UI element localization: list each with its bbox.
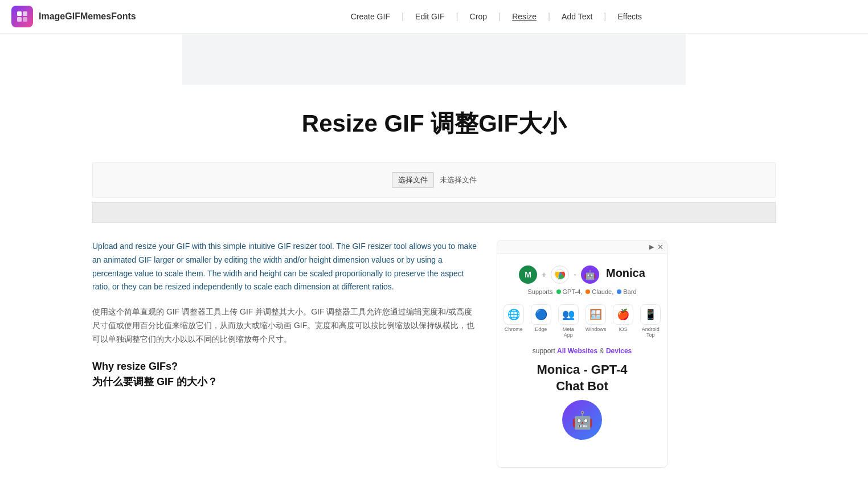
content-main: Upload and resize your GIF with this sim… xyxy=(92,240,480,468)
platform-android: 📱 Android Top xyxy=(640,304,661,338)
svg-rect-3 xyxy=(23,17,27,22)
monica-brand-name: Monica xyxy=(606,267,645,280)
platform-icons: 🌐 Chrome 🔵 Edge 👥 Meta App 🪟 Windows xyxy=(509,304,656,338)
supports-row: Supports GPT-4, Claude, Bard xyxy=(509,288,656,295)
page-title: Resize GIF 调整GIF大小 xyxy=(81,108,787,140)
ad-header: ▶ ✕ xyxy=(497,240,667,254)
ad-triangle-icon[interactable]: ▶ xyxy=(649,243,654,251)
file-input-wrapper: 选择文件 未选择文件 xyxy=(392,172,477,188)
main-content: Resize GIF 调整GIF大小 选择文件 未选择文件 Upload and… xyxy=(69,108,799,468)
android-label: Android Top xyxy=(640,326,661,338)
platform-windows: 🪟 Windows xyxy=(586,304,607,338)
windows-platform-icon: 🪟 xyxy=(586,304,606,325)
smiley-icon: 🤖 xyxy=(581,265,599,284)
ad-content: M + - 🤖 Monica xyxy=(497,254,667,451)
description-cn: 使用这个简单直观的 GIF 调整器工具上传 GIF 并调整其大小。GIF 调整器… xyxy=(92,305,480,346)
all-websites-link[interactable]: All Websites xyxy=(557,347,597,355)
monica-tagline: Monica - GPT-4 Chat Bot xyxy=(509,362,656,394)
meta-label: Meta App xyxy=(558,326,579,338)
edge-label: Edge xyxy=(535,326,547,332)
platform-edge: 🔵 Edge xyxy=(531,304,551,338)
main-nav: Create GIF | Edit GIF | Crop | Resize | … xyxy=(136,11,857,22)
bard-badge: Bard xyxy=(617,288,636,295)
android-platform-icon: 📱 xyxy=(640,304,661,325)
support-line: support All Websites & Devices xyxy=(509,347,656,355)
avatar: 🤖 xyxy=(562,400,602,440)
claude-dot xyxy=(586,289,590,294)
avatar-emoji: 🤖 xyxy=(572,410,593,430)
content-section: Upload and resize your GIF with this sim… xyxy=(81,240,787,468)
and-text: & xyxy=(600,347,604,355)
why-title-en: Why resize GIFs? xyxy=(92,361,480,373)
windows-label: Windows xyxy=(586,326,607,332)
chrome-platform-icon: 🌐 xyxy=(503,304,524,325)
nav-add-text[interactable]: Add Text xyxy=(550,12,604,21)
tagline-line1: Monica - GPT-4 xyxy=(537,362,628,377)
description-en: Upload and resize your GIF with this sim… xyxy=(92,240,480,294)
platform-chrome: 🌐 Chrome xyxy=(503,304,524,338)
gpt4-badge: GPT-4, xyxy=(556,288,583,295)
platform-apple: 🍎 iOS xyxy=(613,304,633,338)
sidebar-ad: ▶ ✕ M + xyxy=(497,240,668,468)
platform-meta: 👥 Meta App xyxy=(558,304,579,338)
nav-resize[interactable]: Resize xyxy=(501,12,548,21)
gpt4-dot xyxy=(556,289,561,294)
top-ad-banner xyxy=(182,34,686,85)
nav-edit-gif[interactable]: Edit GIF xyxy=(404,12,456,21)
upload-area: 选择文件 未选择文件 xyxy=(92,162,776,198)
devices-link[interactable]: Devices xyxy=(606,347,632,355)
nav-crop[interactable]: Crop xyxy=(458,12,498,21)
nav-effects[interactable]: Effects xyxy=(606,12,653,21)
file-name-display: 未选择文件 xyxy=(440,175,477,185)
svg-rect-1 xyxy=(23,11,27,16)
header: ImageGIFMemesFonts Create GIF | Edit GIF… xyxy=(0,0,868,34)
choose-file-button[interactable]: 选择文件 xyxy=(392,172,434,188)
claude-badge: Claude, xyxy=(586,288,613,295)
apple-label: iOS xyxy=(619,326,628,332)
support-text: support xyxy=(533,347,555,355)
why-title-cn: 为什么要调整 GIF 的大小？ xyxy=(92,375,480,389)
svg-rect-0 xyxy=(17,11,22,16)
chrome-label: Chrome xyxy=(505,326,523,332)
ad-close-icon[interactable]: ✕ xyxy=(657,243,664,251)
svg-rect-2 xyxy=(17,17,22,22)
logo-icon xyxy=(11,6,33,27)
nav-create-gif[interactable]: Create GIF xyxy=(339,12,402,21)
options-bar xyxy=(92,202,776,223)
ad-controls: ▶ ✕ xyxy=(649,243,664,251)
supports-label: Supports xyxy=(527,288,552,295)
apple-platform-icon: 🍎 xyxy=(613,304,633,325)
logo-container: ImageGIFMemesFonts xyxy=(11,6,136,27)
bard-dot xyxy=(617,289,621,294)
tagline-line2: Chat Bot xyxy=(556,379,608,393)
edge-platform-icon: 🔵 xyxy=(531,304,551,325)
dash-icon: - xyxy=(574,270,576,279)
monica-icons-row: M + - 🤖 Monica xyxy=(509,265,656,284)
meta-platform-icon: 👥 xyxy=(558,304,579,325)
brand-name: ImageGIFMemesFonts xyxy=(39,11,136,22)
monica-logo-icon: M xyxy=(519,265,537,284)
chrome-icon xyxy=(551,265,569,284)
plus-icon: + xyxy=(542,270,546,279)
